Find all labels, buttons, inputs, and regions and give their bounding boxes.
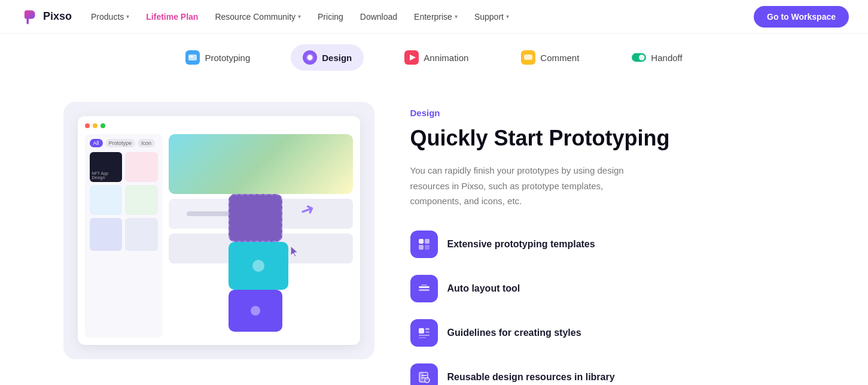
svg-rect-17 <box>419 245 424 250</box>
nav-support[interactable]: Support ▾ <box>474 12 509 22</box>
floating-area: ➜ <box>229 194 353 314</box>
support-chevron-icon: ▾ <box>506 13 509 20</box>
nav-lifetime[interactable]: Lifetime Plan <box>146 12 198 22</box>
feature-item-styles: Guidelines for creating styles <box>410 319 805 347</box>
feature-item-templates: Extensive prototyping templates <box>410 231 805 258</box>
feature-icon-styles <box>410 319 438 347</box>
feature-text-templates: Extensive prototyping templates <box>447 239 595 250</box>
canvas-top <box>169 134 353 194</box>
drag-element-cyan <box>229 242 288 290</box>
dot-yellow <box>93 123 98 128</box>
feature-item-layout: Auto layout tool <box>410 275 805 302</box>
library-icon <box>418 371 431 384</box>
prototyping-icon <box>185 50 200 65</box>
svg-rect-24 <box>425 331 430 333</box>
sidebar-tab-icon[interactable]: Icon <box>138 139 155 147</box>
logo-icon <box>19 7 38 26</box>
svg-rect-26 <box>419 337 426 338</box>
sidebar-tab-all[interactable]: All <box>90 139 103 147</box>
drag-arrow-icon: ➜ <box>297 198 317 222</box>
bottom-cards <box>90 218 158 251</box>
drag-element-violet <box>229 290 282 332</box>
nav-links: Products ▾ Lifetime Plan Resource Commun… <box>91 12 509 22</box>
feature-text-layout: Auto layout tool <box>447 283 520 294</box>
svg-rect-22 <box>419 328 424 334</box>
styles-icon <box>418 326 431 339</box>
tab-design[interactable]: Design <box>291 44 364 71</box>
svg-rect-18 <box>425 245 430 250</box>
comment-icon <box>521 50 535 65</box>
tab-handoff[interactable]: Handoff <box>620 44 694 71</box>
feature-text-library: Reusable design resources in library <box>447 372 615 383</box>
drag-cursor-icon <box>288 245 301 262</box>
feature-icon-library <box>410 363 438 385</box>
sidebar-panel: All Prototype Icon NFT App Design <box>85 134 163 338</box>
svg-rect-21 <box>421 284 427 286</box>
svg-point-29 <box>425 378 430 383</box>
card-grid: NFT App Design <box>90 152 158 215</box>
design-icon <box>303 50 317 65</box>
layout-icon <box>418 282 431 295</box>
svg-rect-2 <box>188 54 197 60</box>
svg-rect-10 <box>524 54 532 60</box>
feature-icon-templates <box>410 231 438 258</box>
feature-text-styles: Guidelines for creating styles <box>447 328 581 338</box>
animation-icon <box>404 50 419 65</box>
bottom-card-1 <box>90 218 123 251</box>
svg-rect-16 <box>425 239 430 244</box>
drag-element-purple <box>229 194 282 242</box>
card-blue <box>90 185 123 215</box>
section-label: Design <box>410 108 805 118</box>
nav-download[interactable]: Download <box>360 12 397 22</box>
mockup-grid: All Prototype Icon NFT App Design <box>85 134 353 338</box>
logo[interactable]: Pixso <box>19 7 72 26</box>
mockup-inner: All Prototype Icon NFT App Design <box>78 116 360 345</box>
section-title: Quickly Start Prototyping <box>410 125 805 151</box>
goto-workspace-button[interactable]: Go to Workspace <box>754 6 849 28</box>
mockup-section: All Prototype Icon NFT App Design <box>63 102 374 359</box>
card-dark: NFT App Design <box>90 152 123 182</box>
svg-rect-20 <box>419 289 430 291</box>
feature-icon-layout <box>410 275 438 302</box>
sidebar-tab-prototype[interactable]: Prototype <box>105 139 136 147</box>
svg-rect-23 <box>425 328 430 330</box>
content-section: Design Quickly Start Prototyping You can… <box>410 102 805 385</box>
tab-prototyping[interactable]: Prototyping <box>173 44 262 71</box>
browser-bar <box>85 123 353 128</box>
feature-list: Extensive prototyping templates Auto lay… <box>410 231 805 385</box>
tab-comment[interactable]: Comment <box>509 44 591 71</box>
handoff-icon <box>632 50 646 65</box>
templates-icon <box>418 238 431 251</box>
svg-rect-25 <box>419 335 430 336</box>
nav-enterprise[interactable]: Enterprise ▾ <box>414 12 458 22</box>
svg-point-6 <box>307 55 313 60</box>
dot-green <box>100 123 105 128</box>
svg-rect-19 <box>419 286 430 288</box>
feature-item-library: Reusable design resources in library <box>410 363 805 385</box>
dot-red <box>85 123 90 128</box>
svg-marker-14 <box>291 246 298 257</box>
main-content: All Prototype Icon NFT App Design <box>16 78 853 385</box>
resource-chevron-icon: ▾ <box>298 13 301 20</box>
svg-point-13 <box>639 54 645 60</box>
bottom-card-phone <box>125 218 158 251</box>
nav-products[interactable]: Products ▾ <box>91 12 129 22</box>
card-green <box>125 185 158 215</box>
tab-animation[interactable]: Annimation <box>392 44 480 71</box>
canvas-panel: ➜ <box>169 134 353 338</box>
enterprise-chevron-icon: ▾ <box>455 13 458 20</box>
products-chevron-icon: ▾ <box>126 13 129 20</box>
sidebar-tabs: All Prototype Icon <box>90 139 158 147</box>
section-description: You can rapidly finish your prototypes b… <box>410 163 650 209</box>
nav-resource[interactable]: Resource Community ▾ <box>215 12 301 22</box>
nav-pricing[interactable]: Pricing <box>318 12 343 22</box>
feature-tabs: Prototyping Design Annimation Comment Ha… <box>0 34 868 78</box>
card-pink <box>125 152 158 182</box>
navbar-left: Pixso Products ▾ Lifetime Plan Resource … <box>19 7 509 26</box>
svg-rect-15 <box>419 239 424 244</box>
navbar: Pixso Products ▾ Lifetime Plan Resource … <box>0 0 868 34</box>
logo-text: Pixso <box>43 10 72 23</box>
svg-rect-27 <box>419 372 424 382</box>
svg-rect-3 <box>190 56 193 57</box>
